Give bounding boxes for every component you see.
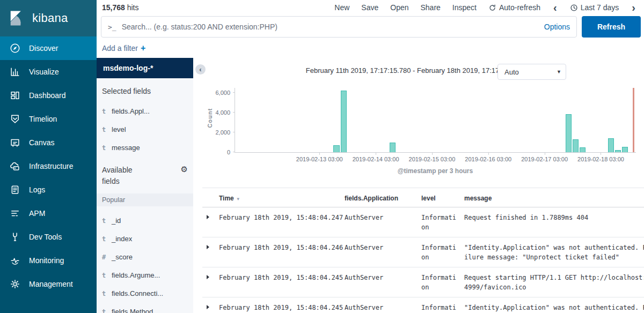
sidebar-item-label: Infrastructure	[29, 162, 73, 170]
field-item-score[interactable]: # _score	[102, 253, 188, 261]
sidebar-item-label: APM	[29, 209, 45, 218]
sidebar-item-label: Canvas	[29, 138, 54, 147]
field-name: _index	[112, 235, 132, 243]
time-range-label: Last 7 days	[581, 3, 619, 12]
sidebar-nav: Discover Visualize Dashboard Timelion Ca…	[0, 36, 97, 296]
cell-message: Request starting HTTP/1.1 GET http://loc…	[464, 273, 644, 292]
sidebar-item-label: Management	[29, 280, 73, 288]
histogram-bar[interactable]	[580, 147, 586, 152]
interval-select-wrap: Auto ▼	[497, 64, 566, 80]
table-row: February 18th 2019, 15:48:04.245 AuthSer…	[202, 297, 644, 313]
histogram-bar[interactable]	[390, 143, 396, 152]
histogram-bar[interactable]	[333, 145, 339, 152]
menu-item-new[interactable]: New	[334, 3, 349, 12]
cell-message: "Identity.Application" was not authentic…	[464, 303, 644, 313]
main-column: 15,768 hits NewSaveOpenShareInspect Auto…	[97, 0, 644, 313]
interval-select[interactable]: Auto	[497, 64, 566, 80]
column-header-level[interactable]: level	[421, 195, 464, 202]
search-input[interactable]	[122, 23, 539, 31]
selected-fields-list: t fields.Appl... t level t message	[102, 107, 188, 152]
field-item-index[interactable]: t _index	[102, 235, 188, 243]
sidebar-item-timelion[interactable]: Timelion	[0, 107, 97, 131]
options-link[interactable]: Options	[544, 23, 570, 31]
row-expand-cell	[202, 213, 219, 221]
histogram-bar[interactable]	[622, 147, 628, 152]
histogram-bar[interactable]	[566, 114, 572, 152]
kibana-logo[interactable]: kibana	[0, 0, 97, 36]
menu-item-save[interactable]: Save	[361, 3, 378, 12]
histogram-bar[interactable]	[573, 139, 579, 152]
histogram-bar[interactable]	[341, 91, 347, 152]
filter-bar: Add a filter +	[97, 39, 644, 58]
expand-row-button[interactable]	[207, 305, 209, 309]
field-item-id[interactable]: t _id	[102, 217, 188, 225]
add-filter-button[interactable]: Add a filter	[102, 44, 138, 53]
menu-item-open[interactable]: Open	[390, 3, 408, 12]
time-step-back-button[interactable]: ‹	[552, 2, 558, 13]
kibana-logo-text: kibana	[32, 11, 68, 25]
menu-item-inspect[interactable]: Inspect	[452, 3, 477, 12]
field-item-fields-connecti[interactable]: t fields.Connecti...	[102, 289, 188, 297]
histogram-plot-area: 02,0004,0006,0002019-02-13 03:002019-02-…	[235, 88, 636, 153]
fields-settings-gear-icon[interactable]: ⚙	[181, 165, 188, 187]
sidebar-item-label: Timelion	[29, 115, 57, 123]
x-tick-label: 2019-02-13 03:00	[296, 156, 343, 162]
text-field-icon: t	[102, 217, 112, 225]
y-tick-label: 4,000	[215, 109, 230, 116]
index-pattern-header[interactable]: msdemo-log-*	[97, 58, 193, 78]
monitoring-icon	[9, 255, 21, 266]
text-field-icon: t	[102, 235, 112, 243]
auto-refresh-button[interactable]: Auto-refresh	[488, 3, 540, 12]
cell-time: February 18th 2019, 15:48:04.247	[219, 213, 345, 222]
logs-icon	[9, 184, 21, 196]
histogram-bar[interactable]	[608, 138, 614, 152]
number-field-icon: #	[102, 254, 112, 261]
column-header-time[interactable]: Time▼	[219, 195, 345, 202]
row-expand-cell	[202, 243, 219, 251]
time-range-button[interactable]: Last 7 days	[570, 3, 619, 12]
cell-application: AuthServer	[345, 243, 421, 252]
time-step-forward-button[interactable]: ›	[631, 2, 636, 13]
discover-main: ‹ February 11th 2019, 17:17:15.780 - Feb…	[193, 58, 644, 313]
y-tick-label: 2,000	[215, 129, 230, 136]
top-menu: NewSaveOpenShareInspect Auto-refresh‹ La…	[334, 2, 636, 13]
sidebar-item-logs[interactable]: Logs	[0, 178, 97, 202]
cell-level: Information	[421, 303, 464, 313]
column-header-fields-application[interactable]: fields.Application	[345, 195, 421, 202]
popular-fields-list: t _id t _index # _score t fields.Argume.…	[102, 217, 188, 313]
row-expand-cell	[202, 303, 219, 311]
y-tick-label: 0	[227, 149, 230, 155]
expand-row-button[interactable]	[207, 215, 209, 219]
fields-body: Selected fields t fields.Appl... t level…	[97, 78, 193, 313]
field-item-fields-method[interactable]: t fields.Method	[102, 308, 188, 313]
table-row: February 18th 2019, 15:48:04.245 AuthSer…	[202, 267, 644, 297]
table-row: February 18th 2019, 15:48:04.247 AuthSer…	[202, 207, 644, 237]
field-item-message[interactable]: t message	[102, 144, 188, 152]
table-row: February 18th 2019, 15:48:04.246 AuthSer…	[202, 237, 644, 267]
expand-row-button[interactable]	[207, 275, 209, 279]
apm-icon	[9, 207, 21, 219]
x-tick-label: 2019-02-16 03:00	[465, 156, 511, 162]
sidebar-item-canvas[interactable]: Canvas	[0, 131, 97, 154]
sidebar-item-visualize[interactable]: Visualize	[0, 60, 97, 84]
expand-row-button[interactable]	[207, 245, 209, 249]
sidebar-item-monitoring[interactable]: Monitoring	[0, 249, 97, 272]
sidebar-item-dashboard[interactable]: Dashboard	[0, 84, 97, 107]
sidebar-item-infrastructure[interactable]: Infrastructure	[0, 154, 97, 178]
column-header-message[interactable]: message	[464, 195, 644, 202]
histogram-bar[interactable]	[615, 150, 621, 152]
add-filter-plus-icon[interactable]: +	[141, 43, 145, 53]
x-tick-mark	[376, 152, 376, 155]
cell-level: Information	[421, 213, 464, 232]
infrastructure-icon	[9, 160, 21, 172]
sidebar-item-dev-tools[interactable]: Dev Tools	[0, 225, 97, 249]
field-item-level[interactable]: t level	[102, 125, 188, 133]
refresh-button[interactable]: Refresh	[582, 16, 641, 38]
sidebar-item-apm[interactable]: APM	[0, 202, 97, 225]
sidebar-item-discover[interactable]: Discover	[0, 36, 97, 60]
fields-panel: msdemo-log-* Selected fields t fields.Ap…	[97, 58, 193, 313]
menu-item-share[interactable]: Share	[421, 3, 441, 12]
field-item-fields-appl[interactable]: t fields.Appl...	[102, 107, 188, 115]
field-item-fields-argume[interactable]: t fields.Argume...	[102, 271, 188, 279]
sidebar-item-management[interactable]: Management	[0, 272, 97, 296]
